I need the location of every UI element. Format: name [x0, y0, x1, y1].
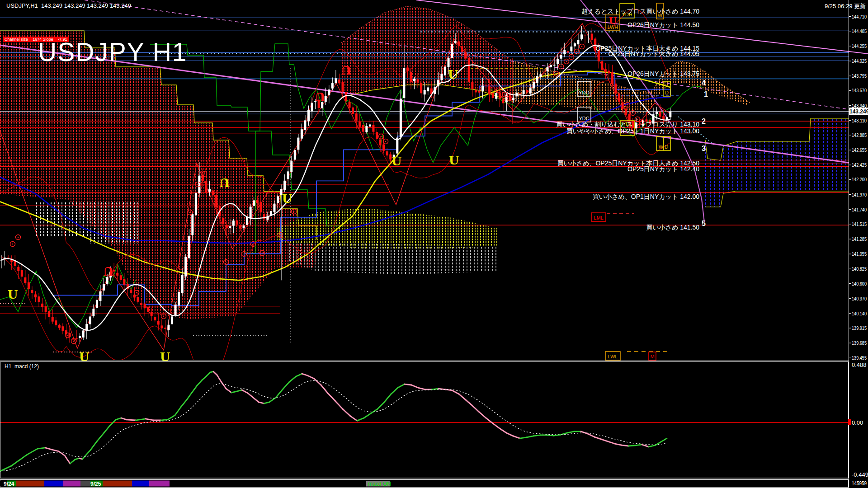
annotation-text: OP25日NYカット 142.40 [627, 165, 699, 173]
svg-text:145959: 145959 [852, 480, 867, 487]
annotation-text: OP26日NYカット 144.50 [627, 21, 699, 28]
red-top-cloud [341, 6, 513, 102]
price-axis-label: 141.285 [852, 236, 867, 242]
price-axis-label: 144.710 [852, 14, 867, 19]
wave-label-1: 1 [704, 90, 708, 98]
svg-text:0.488: 0.488 [852, 361, 867, 368]
svg-text:143.249: 143.249 [849, 108, 868, 115]
yellow-u-marker: U [392, 155, 402, 168]
green-indicator-left [0, 264, 136, 328]
price-axis-label: 143.795 [852, 73, 867, 79]
annotation-text: 超えるとストップロス買い小さめ 144.70 [581, 8, 699, 15]
price-axis-label: 139.915 [852, 325, 867, 331]
price-axis-label: 141.515 [852, 221, 867, 227]
yellow-u-marker: U [219, 176, 230, 189]
yellow-u-marker: U [449, 154, 459, 167]
price-axis-label: 141.740 [852, 207, 867, 212]
price-axis-label: 143.570 [852, 88, 867, 93]
red-u-marker: U [103, 264, 113, 278]
yellow-u-marker: U [282, 192, 292, 206]
footer-date-label: 9/25 [90, 481, 101, 487]
wave-label-3: 3 [702, 145, 706, 152]
annotation-text: 買い小さめ・割り込むとストップロス売り 143.10 [556, 121, 699, 128]
price-axis-label: 140.370 [852, 296, 867, 301]
footer-date-label: 9/24 [4, 481, 14, 487]
annotation-text: 買い小さめ、OP1日NYカット 142.00 [593, 193, 699, 200]
chart-canvas: UUUUUUUUUUUYDHWLWHUDYDOYDCYDLW DLMLLWLM4… [0, 0, 868, 488]
yellow-u-marker: U [448, 68, 458, 81]
price-axis-label: 143.110 [852, 118, 867, 123]
price-axis-label: 142.885 [852, 132, 867, 138]
price-axis-label: 139.685 [852, 340, 867, 346]
price-axis-label: 140.825 [852, 266, 867, 272]
svg-text:M: M [650, 354, 654, 359]
red-u-marker: U [315, 90, 325, 103]
svg-text:D: D [665, 90, 669, 95]
price-axis-label: 139.455 [852, 355, 867, 361]
svg-text:macd ON: macd ON [368, 481, 391, 487]
price-axis-label: 142.200 [852, 177, 867, 182]
red-main-cloud [0, 31, 316, 319]
annotation-text: OP25日NYカット大きめ 144.05 [608, 50, 699, 57]
wave-label-5: 5 [702, 220, 706, 227]
trading-chart-screen: UUUUUUUUUUUYDHWLWHUDYDOYDCYDLW DLMLLWLM4… [0, 0, 868, 488]
annotation-text: OP26日NYカット 143.75 [627, 70, 699, 77]
red-u-marker: U [341, 63, 351, 77]
channel-info-label: Channel size = 1674 Slope = -7.91 [3, 37, 69, 42]
price-axis-label: 140.140 [852, 311, 867, 316]
price-axis-label: 143.340 [852, 103, 867, 108]
wave-label-4: 4 [702, 79, 706, 87]
svg-text:0.00: 0.00 [852, 419, 863, 426]
svg-text:U: U [609, 15, 617, 26]
price-axis-label: 141.055 [852, 251, 867, 257]
price-axis-label: 140.600 [852, 281, 867, 286]
gray-low-cloud [289, 242, 497, 275]
price-axis-label: 144.485 [852, 28, 867, 34]
macd-panel: 0.4880.00-0.449145959 [0, 361, 868, 487]
macd-indicator-label: H1 macd (12) [5, 363, 39, 370]
macd-signal-line [0, 380, 665, 471]
annotation-text: 買いやや小さめ、OP25・1日NYカット 143.00 [566, 127, 700, 135]
svg-text:YDO: YDO [579, 90, 590, 95]
svg-text:-0.449: -0.449 [852, 471, 868, 478]
timeline-footer: 9/249/25macd ON [0, 481, 391, 487]
symbol-ohlc-line: USDJPY,H1 143.249 143.249 143.249 143.24… [6, 2, 131, 9]
update-timestamp: 9/25 06:29 更新 [825, 2, 866, 10]
yellow-u-marker: U [8, 288, 18, 301]
price-axis-label: 144.255 [852, 43, 867, 49]
price-axis-label: 141.970 [852, 192, 867, 197]
blue-future-cloud [705, 118, 849, 207]
annotation-text: 買い小さめ 141.50 [646, 224, 699, 231]
wave-label-2: 2 [702, 117, 706, 125]
price-axis-label: 144.025 [852, 58, 867, 64]
price-axis-label: 142.425 [852, 162, 867, 168]
svg-text:LWL: LWL [608, 354, 618, 359]
price-axis-label: 142.655 [852, 147, 867, 153]
svg-text:LML: LML [594, 215, 603, 221]
